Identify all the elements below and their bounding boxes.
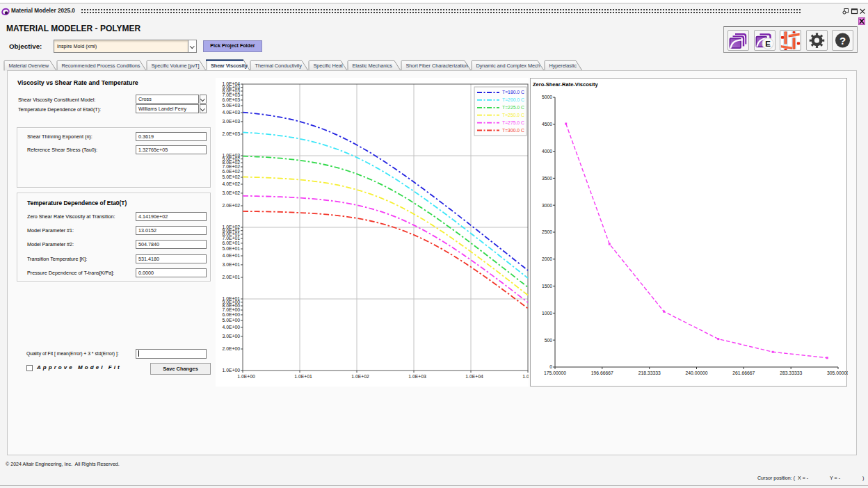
svg-text:4.0E+01: 4.0E+01 <box>222 253 240 258</box>
svg-text:6.0E+02: 6.0E+02 <box>222 169 240 174</box>
svg-text:1.0E+02: 1.0E+02 <box>351 374 369 379</box>
svg-text:Dynamic and Complex Mech: Dynamic and Complex Mech <box>476 63 540 69</box>
svg-text:Specific Volume [pvT]: Specific Volume [pvT] <box>152 63 200 69</box>
svg-text:1.0E+04: 1.0E+04 <box>222 81 240 86</box>
svg-text:5.0E+02: 5.0E+02 <box>222 174 240 179</box>
svg-text:196.66667: 196.66667 <box>591 371 613 375</box>
svg-text:1.0E+02: 1.0E+02 <box>222 225 240 229</box>
svg-text:Material Overview: Material Overview <box>9 63 49 69</box>
svg-text:Recommended Process Conditions: Recommended Process Conditions <box>62 63 140 69</box>
svg-text:5.0E+00: 5.0E+00 <box>222 318 240 323</box>
svg-text:E: E <box>765 40 771 48</box>
svg-text:6.0E+01: 6.0E+01 <box>222 241 240 245</box>
svg-text:240.00000: 240.00000 <box>685 371 707 375</box>
svg-text:175.00000: 175.00000 <box>544 371 566 375</box>
svg-text:3.0E+03: 3.0E+03 <box>222 119 240 124</box>
svg-text:3.0E+02: 3.0E+02 <box>222 190 240 195</box>
svg-text:1500: 1500 <box>542 284 552 288</box>
svg-text:0: 0 <box>549 364 552 369</box>
svg-text:7.0E+03: 7.0E+03 <box>222 92 240 97</box>
svg-text:4.0E+00: 4.0E+00 <box>222 325 240 330</box>
svg-text:1.0E+00: 1.0E+00 <box>237 374 255 379</box>
svg-text:218.33333: 218.33333 <box>638 371 661 375</box>
svg-text:T=180.0 C: T=180.0 C <box>502 90 524 95</box>
svg-text:500: 500 <box>545 338 553 343</box>
svg-text:T=225.0 C: T=225.0 C <box>502 105 524 110</box>
svg-text:5.0E+03: 5.0E+03 <box>222 103 240 108</box>
svg-text:Thermal Conductivity: Thermal Conductivity <box>255 63 303 69</box>
svg-text:4500: 4500 <box>542 122 552 127</box>
svg-text:Specific Heat: Specific Heat <box>314 63 343 69</box>
svg-text:2500: 2500 <box>542 229 552 234</box>
svg-text:7.0E+01: 7.0E+01 <box>222 236 240 241</box>
svg-text:6.0E+00: 6.0E+00 <box>222 312 240 317</box>
svg-text:3.0E+01: 3.0E+01 <box>222 262 240 267</box>
svg-text:2.0E+02: 2.0E+02 <box>222 203 240 208</box>
svg-text:Short Fiber Characterization: Short Fiber Characterization <box>406 63 469 69</box>
svg-text:T=300.0 C: T=300.0 C <box>502 128 524 133</box>
svg-text:4000: 4000 <box>542 149 552 154</box>
svg-text:T=250.0 C: T=250.0 C <box>502 113 524 117</box>
svg-text:2.0E+01: 2.0E+01 <box>222 275 240 279</box>
svg-text:Shear Viscosity: Shear Viscosity <box>211 63 248 69</box>
svg-text:2000: 2000 <box>542 257 552 261</box>
svg-text:3000: 3000 <box>542 203 552 208</box>
svg-text:5000: 5000 <box>542 95 552 99</box>
svg-text:7.0E+02: 7.0E+02 <box>222 164 240 169</box>
svg-text:305.00000: 305.00000 <box>827 371 848 375</box>
svg-text:7.0E+00: 7.0E+00 <box>222 307 240 312</box>
svg-text:1.0E+01: 1.0E+01 <box>222 296 240 301</box>
svg-text:1.0E+04: 1.0E+04 <box>465 374 483 379</box>
svg-text:261.66667: 261.66667 <box>732 371 755 375</box>
svg-text:1.0E+00: 1.0E+00 <box>222 368 240 373</box>
svg-text:283.33333: 283.33333 <box>780 371 802 375</box>
svg-text:3500: 3500 <box>542 176 552 181</box>
svg-text:Hyperelastic: Hyperelastic <box>549 63 577 69</box>
svg-text:Elastic Mechanics: Elastic Mechanics <box>353 63 393 69</box>
svg-text:T=275.0 C: T=275.0 C <box>502 120 524 125</box>
svg-text:2.0E+00: 2.0E+00 <box>222 346 240 351</box>
svg-text:4.0E+03: 4.0E+03 <box>222 110 240 115</box>
svg-text:5.0E+01: 5.0E+01 <box>222 246 240 251</box>
svg-text:1.0E+03: 1.0E+03 <box>408 374 426 379</box>
svg-text:1.0E+03: 1.0E+03 <box>222 153 240 158</box>
svg-text:1.0E+05: 1.0E+05 <box>522 374 529 379</box>
svg-text:?: ? <box>839 35 846 47</box>
svg-text:1.0E+01: 1.0E+01 <box>294 374 312 379</box>
svg-text:T=200.0 C: T=200.0 C <box>502 97 524 102</box>
svg-text:3.0E+00: 3.0E+00 <box>222 334 240 339</box>
svg-text:4.0E+02: 4.0E+02 <box>222 181 240 186</box>
svg-text:1000: 1000 <box>542 311 552 316</box>
svg-text:Zero-Shear-Rate-Viscosity: Zero-Shear-Rate-Viscosity <box>533 81 598 88</box>
svg-text:6.0E+03: 6.0E+03 <box>222 97 240 102</box>
svg-text:2.0E+03: 2.0E+03 <box>222 131 240 136</box>
